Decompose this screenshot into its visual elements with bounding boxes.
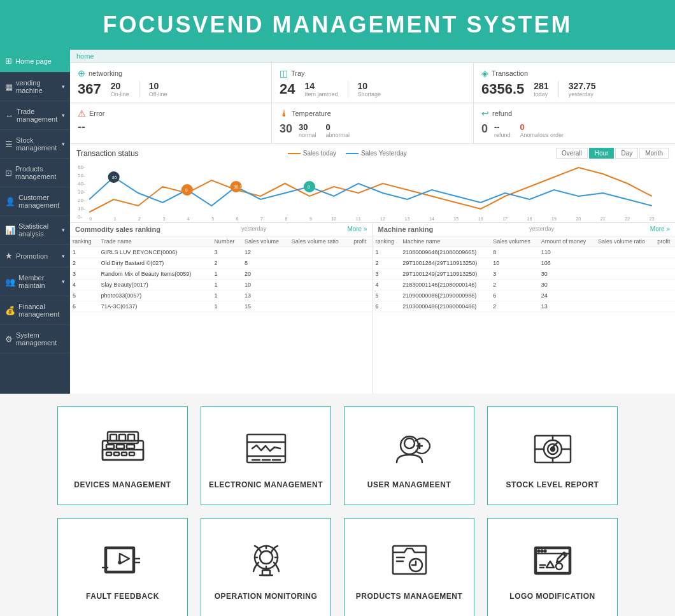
svg-text:8: 8 — [285, 217, 288, 221]
products-mgmt-icon — [384, 534, 435, 585]
table-row: 671A-3C(0137)115 — [70, 301, 373, 312]
temperature-title: Temperature — [292, 110, 331, 117]
svg-text:20: 20 — [576, 217, 581, 221]
sidebar-item-trade[interactable]: ↔ Trade management ▾ — [0, 101, 70, 130]
col-sales-ratio: Sales volume ratio — [289, 236, 352, 247]
sidebar-label-financial: Financal management — [18, 303, 65, 318]
products-mgmt-label: PRODUCTS MANAGEMENT — [356, 592, 463, 601]
sidebar-item-statistical[interactable]: 📊 Statistical analysis ▾ — [0, 216, 70, 245]
dashboard: home ⊕ networking 367 20 On-line — [70, 50, 675, 394]
svg-text:23: 23 — [650, 217, 655, 221]
table-row: 421830001146(21080000146)230 — [373, 280, 676, 290]
col-amount: Amount of money — [539, 236, 595, 247]
table-row: 229T1001284(29T110913250)10106 — [373, 258, 676, 269]
col-profit: profit — [351, 236, 372, 247]
svg-rect-42 — [117, 445, 124, 448]
home-breadcrumb: home — [76, 52, 94, 60]
tab-overall[interactable]: Overall — [556, 148, 588, 159]
logo-modification-card[interactable]: LOGO MODIFICATION — [487, 518, 618, 616]
transaction-icon: ◈ — [481, 68, 488, 78]
svg-text:30.1: 30.1 — [234, 185, 243, 189]
svg-rect-47 — [129, 452, 134, 455]
chevron-down-icon-2: ▾ — [62, 112, 65, 118]
stock-label: STOCK LEVEL REPORT — [506, 480, 599, 489]
user-management-card[interactable]: USER MANAGMEENT — [344, 406, 474, 505]
system-icon: ⚙ — [5, 334, 13, 344]
svg-rect-50 — [119, 434, 125, 441]
svg-point-94 — [537, 550, 539, 552]
svg-rect-45 — [114, 452, 119, 455]
products-management-card[interactable]: PRODUCTS MANAGEMENT — [344, 518, 474, 616]
stats-row: ⊕ networking 367 20 On-line 10 Off-line — [70, 63, 675, 103]
svg-rect-46 — [122, 452, 127, 455]
table-row: 521090000086(21090000986)624 — [373, 290, 676, 301]
stock-level-report-card[interactable]: STOCK LEVEL REPORT — [487, 406, 618, 505]
tab-hour[interactable]: Hour — [589, 148, 615, 159]
electronic-label: ELECTRONIC MANAGEMENT — [209, 480, 323, 489]
sidebar-item-promotion[interactable]: ★ Promotion ▾ — [0, 245, 70, 268]
sidebar-label-vending: vending machine — [16, 79, 59, 94]
transaction-yesterday-label: yesterday — [569, 91, 596, 97]
error-icon: ⚠ — [78, 108, 86, 118]
devices-icon — [97, 423, 148, 474]
sidebar-label-statistical: Statistical analysis — [18, 222, 59, 238]
operation-monitoring-card[interactable]: OPERATION MONITORING — [201, 518, 331, 616]
svg-text:10: 10 — [331, 217, 336, 221]
svg-text:30-: 30- — [78, 189, 85, 195]
svg-text:21: 21 — [600, 217, 606, 221]
stock-icon: ☰ — [5, 140, 13, 149]
table-row: 2Old Dirty Bastard ©(027)28 — [70, 258, 373, 269]
chart-tabs: Overall Hour Day Month — [556, 148, 669, 159]
temperature-card: 🌡 Temperature 30 30 normal 0 abnormal — [272, 103, 474, 143]
machine-table-title: Machine ranking — [378, 226, 434, 233]
svg-text:12: 12 — [380, 217, 385, 221]
sidebar-item-member[interactable]: 👥 Member maintain ▾ — [0, 268, 70, 296]
fault-feedback-card[interactable]: FAULT FEEDBACK — [57, 518, 188, 616]
transaction-today-val: 281 — [534, 81, 548, 91]
electronic-management-card[interactable]: ELECTRONIC MANAGEMENT — [201, 406, 331, 505]
svg-text:9: 9 — [309, 217, 312, 221]
sidebar-item-home[interactable]: ⊞ Home page — [0, 50, 70, 73]
logo-label: LOGO MODIFICATION — [509, 592, 595, 601]
svg-text:10-: 10- — [78, 206, 85, 211]
tab-month[interactable]: Month — [639, 148, 669, 159]
sidebar-item-stock[interactable]: ☰ Stock management ▾ — [0, 130, 70, 159]
temp-abnormal-val: 0 — [326, 122, 330, 132]
tray-shortage-val: 10 — [358, 81, 381, 91]
sidebar-item-system[interactable]: ⚙ System management — [0, 325, 70, 354]
svg-text:40-: 40- — [78, 181, 85, 187]
sidebar-item-customer[interactable]: 👤 Customer management — [0, 187, 70, 216]
networking-main: 367 — [78, 81, 101, 97]
col-sales-volumes: Sales volumes — [490, 236, 539, 247]
tab-day[interactable]: Day — [615, 148, 638, 159]
machine-more[interactable]: More » — [650, 226, 670, 233]
tray-main: 24 — [280, 81, 295, 97]
tray-shortage-label: Shortage — [358, 91, 381, 97]
refund-sub1-val: -- — [494, 122, 500, 132]
vending-icon: ▦ — [5, 82, 13, 92]
temp-abnormal-label: abnormal — [326, 132, 350, 138]
svg-rect-49 — [110, 434, 117, 441]
error-value: -- — [78, 120, 264, 134]
temperature-main: 30 — [280, 122, 292, 138]
error-title-text: Error — [89, 110, 104, 117]
breadcrumb: home — [70, 50, 675, 63]
transaction-today-label: today — [534, 91, 548, 97]
col-number: Number — [211, 236, 242, 247]
refund-sub2-val: 0 — [520, 122, 525, 132]
col-sales-volume: Sales volume — [242, 236, 289, 247]
chevron-down-icon-3: ▾ — [62, 141, 65, 147]
sidebar-label-stock: Stock management — [16, 136, 59, 152]
sidebar-item-financial[interactable]: 💰 Financal management — [0, 296, 70, 325]
svg-text:22: 22 — [625, 217, 630, 221]
svg-text:7: 7 — [260, 217, 263, 221]
table-row: 1GIRLS LUV BEYONCE(0006)312 — [70, 247, 373, 258]
sidebar-item-vending[interactable]: ▦ vending machine ▾ — [0, 73, 70, 101]
devices-management-card[interactable]: DEVICES MANAGEMENT — [57, 406, 188, 505]
sidebar-item-products[interactable]: ⊡ Products management — [0, 159, 70, 187]
commodity-table-title: Commodity sales ranking — [75, 226, 160, 233]
svg-text:1: 1 — [114, 217, 117, 221]
svg-text:18: 18 — [527, 217, 532, 221]
member-icon: 👥 — [5, 277, 15, 287]
commodity-more[interactable]: More » — [347, 226, 367, 233]
